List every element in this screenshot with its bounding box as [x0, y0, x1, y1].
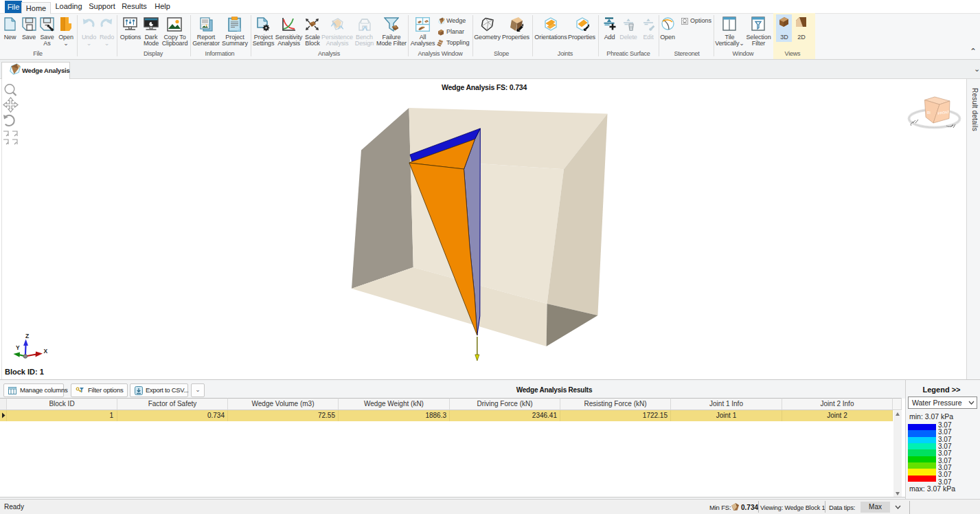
svg-text:RI: RI [927, 111, 931, 115]
svg-text:Y: Y [16, 344, 20, 351]
svg-text:X: X [44, 348, 48, 355]
svg-text:Z: Z [25, 333, 29, 339]
